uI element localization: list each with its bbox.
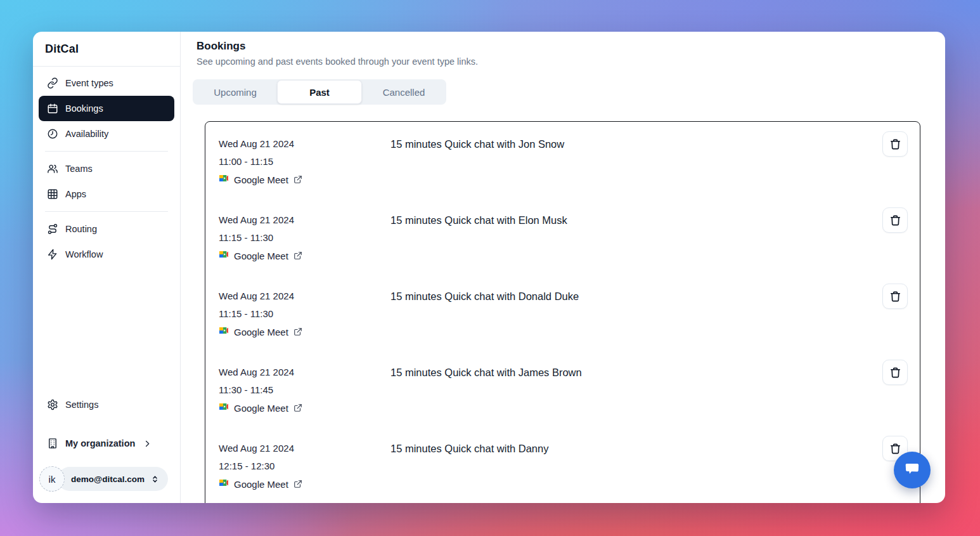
sidebar-item-label: Event types xyxy=(65,78,113,88)
sidebar-item-label: Workflow xyxy=(65,249,103,259)
booking-time: 11:15 - 11:30 xyxy=(219,305,390,323)
sidebar-divider xyxy=(45,211,168,212)
zap-icon xyxy=(47,249,58,260)
booking-title: 15 minutes Quick chat with Elon Musk xyxy=(390,211,567,229)
clock-icon xyxy=(47,128,58,140)
booking-meta: Wed Aug 21 2024 11:30 - 11:45 Google Mee… xyxy=(219,363,390,417)
external-link-icon xyxy=(293,327,302,336)
booking-time: 12:15 - 12:30 xyxy=(219,457,390,475)
booking-time: 11:30 - 11:45 xyxy=(219,381,390,399)
sidebar-item-workflow[interactable]: Workflow xyxy=(39,242,174,267)
booking-date: Wed Aug 21 2024 xyxy=(219,287,390,305)
chevron-right-icon xyxy=(143,439,152,448)
delete-booking-button[interactable] xyxy=(882,207,908,233)
grid-icon xyxy=(47,188,58,200)
booking-location-link[interactable]: Google Meet xyxy=(219,247,390,265)
sidebar-bottom: Settings My organization ik demo@ditcal.… xyxy=(33,392,180,503)
user-account-switcher[interactable]: ik demo@ditcal.com xyxy=(39,466,174,492)
booking-row[interactable]: Wed Aug 21 2024 11:00 - 11:15 Google Mee… xyxy=(205,122,920,198)
booking-time: 11:00 - 11:15 xyxy=(219,153,390,171)
tab-cancelled[interactable]: Cancelled xyxy=(362,80,446,104)
sidebar-nav: Event types Bookings Availability xyxy=(33,67,180,267)
booking-meta: Wed Aug 21 2024 11:15 - 11:30 Google Mee… xyxy=(219,211,390,265)
booking-location-link[interactable]: Google Meet xyxy=(219,475,390,493)
sidebar-item-label: Availability xyxy=(65,129,108,139)
page-subtitle: See upcoming and past events booked thro… xyxy=(197,56,945,67)
gear-icon xyxy=(47,399,58,410)
user-email-pill: demo@ditcal.com xyxy=(58,467,168,491)
sidebar-item-availability[interactable]: Availability xyxy=(39,121,174,147)
booking-date: Wed Aug 21 2024 xyxy=(219,363,390,381)
sidebar-item-label: My organization xyxy=(65,438,135,448)
external-link-icon xyxy=(293,251,302,260)
external-link-icon xyxy=(293,403,302,412)
tab-upcoming[interactable]: Upcoming xyxy=(193,80,277,104)
booking-location-label: Google Meet xyxy=(234,403,288,414)
app-window: DitCal Event types Bookings xyxy=(33,32,945,503)
users-icon xyxy=(47,163,58,174)
bookings-filter-tabs: Upcoming Past Cancelled xyxy=(193,79,446,105)
avatar: ik xyxy=(39,466,65,492)
main-content: Bookings See upcoming and past events bo… xyxy=(181,32,945,503)
chat-widget-button[interactable] xyxy=(894,452,931,488)
delete-booking-button[interactable] xyxy=(882,284,908,309)
booking-row[interactable]: Wed Aug 21 2024 11:30 - 11:45 Google Mee… xyxy=(205,350,920,426)
booking-location-link[interactable]: Google Meet xyxy=(219,171,390,188)
page-header: Bookings See upcoming and past events bo… xyxy=(181,32,945,67)
sidebar-divider xyxy=(45,151,168,152)
sidebar-item-event-types[interactable]: Event types xyxy=(39,70,174,96)
sidebar-item-my-organization[interactable]: My organization xyxy=(39,431,174,456)
google-meet-icon xyxy=(219,478,229,490)
booking-meta: Wed Aug 21 2024 11:00 - 11:15 Google Mee… xyxy=(219,135,390,188)
sidebar-item-settings[interactable]: Settings xyxy=(39,392,174,417)
sidebar-item-apps[interactable]: Apps xyxy=(39,181,174,207)
sidebar-item-bookings[interactable]: Bookings xyxy=(39,96,174,121)
external-link-icon xyxy=(293,175,302,184)
booking-meta: Wed Aug 21 2024 12:15 - 12:30 Google Mee… xyxy=(219,440,390,493)
calendar-icon xyxy=(47,103,58,114)
page-title: Bookings xyxy=(197,40,945,53)
chat-bubble-icon xyxy=(902,459,922,481)
delete-booking-button[interactable] xyxy=(882,131,908,157)
booking-row[interactable]: Wed Aug 21 2024 12:15 - 12:30 Google Mee… xyxy=(205,426,920,502)
tab-past[interactable]: Past xyxy=(277,80,362,104)
google-meet-icon xyxy=(219,402,229,414)
booking-location-link[interactable]: Google Meet xyxy=(219,399,390,417)
booking-row[interactable]: Wed Aug 21 2024 11:15 - 11:30 Google Mee… xyxy=(205,198,920,274)
booking-title: 15 minutes Quick chat with Donald Duke xyxy=(390,287,579,305)
booking-date: Wed Aug 21 2024 xyxy=(219,440,390,457)
google-meet-icon xyxy=(219,325,229,338)
building-icon xyxy=(47,438,58,449)
booking-time: 11:15 - 11:30 xyxy=(219,229,390,247)
sidebar-item-label: Teams xyxy=(65,164,93,174)
booking-title: 15 minutes Quick chat with Danny xyxy=(390,440,548,457)
booking-location-label: Google Meet xyxy=(234,174,288,185)
sidebar-item-label: Bookings xyxy=(65,103,103,114)
sidebar-item-teams[interactable]: Teams xyxy=(39,156,174,181)
booking-location-label: Google Meet xyxy=(234,327,288,337)
booking-row[interactable]: Wed Aug 21 2024 11:15 - 11:30 Google Mee… xyxy=(205,274,920,350)
google-meet-icon xyxy=(219,173,229,186)
user-email: demo@ditcal.com xyxy=(71,474,145,484)
booking-location-label: Google Meet xyxy=(234,251,288,261)
chevrons-up-down-icon xyxy=(150,474,160,484)
sidebar-item-label: Settings xyxy=(65,400,98,410)
desktop-background: DitCal Event types Bookings xyxy=(0,0,980,536)
app-logo: DitCal xyxy=(45,42,79,56)
booking-title: 15 minutes Quick chat with James Brown xyxy=(390,363,582,381)
booking-date: Wed Aug 21 2024 xyxy=(219,135,390,153)
google-meet-icon xyxy=(219,249,229,262)
booking-location-link[interactable]: Google Meet xyxy=(219,323,390,341)
sidebar: DitCal Event types Bookings xyxy=(33,32,181,503)
booking-meta: Wed Aug 21 2024 11:15 - 11:30 Google Mee… xyxy=(219,287,390,341)
delete-booking-button[interactable] xyxy=(882,360,908,385)
sidebar-header: DitCal xyxy=(33,32,180,67)
external-link-icon xyxy=(293,480,302,488)
link-icon xyxy=(47,77,58,89)
sidebar-item-routing[interactable]: Routing xyxy=(39,216,174,242)
sidebar-item-label: Apps xyxy=(65,189,86,199)
booking-title: 15 minutes Quick chat with Jon Snow xyxy=(390,135,564,153)
booking-location-label: Google Meet xyxy=(234,479,288,490)
booking-date: Wed Aug 21 2024 xyxy=(219,211,390,229)
bookings-list: Wed Aug 21 2024 11:00 - 11:15 Google Mee… xyxy=(205,121,920,503)
